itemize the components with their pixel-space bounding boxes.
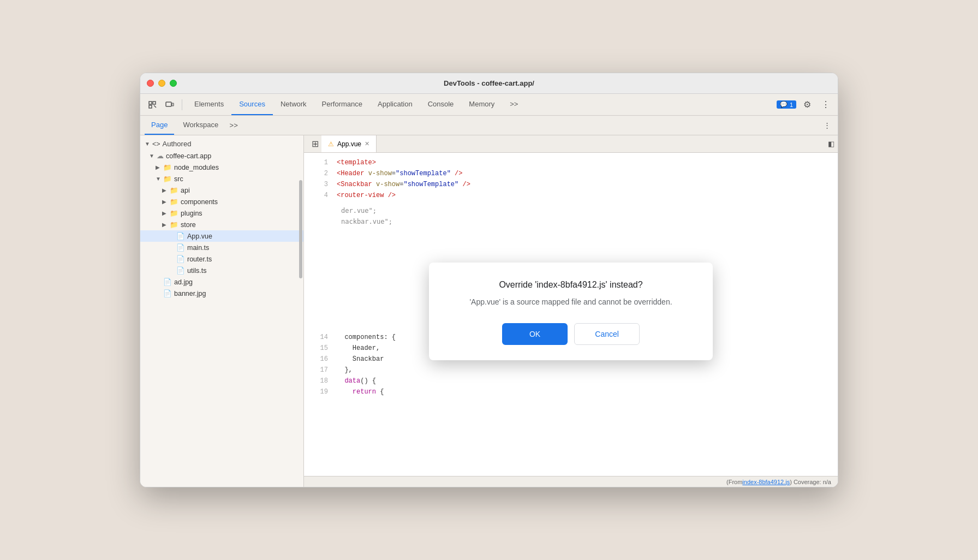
titlebar: DevTools - coffee-cart.app/ bbox=[140, 73, 838, 94]
dialog-buttons: OK Cancel bbox=[451, 323, 691, 345]
tree-item-node-modules[interactable]: ▶ 📁 node_modules bbox=[140, 162, 303, 173]
sub-toolbar: Page Workspace >> ⋮ bbox=[140, 116, 838, 135]
tab-elements[interactable]: Elements bbox=[187, 94, 231, 115]
cloud-icon: ☁ bbox=[157, 152, 164, 160]
file-tree: ▼ <> Authored ▼ ☁ coffee-cart.app ▶ 📁 no… bbox=[140, 135, 304, 487]
tree-item-src[interactable]: ▼ 📁 src bbox=[140, 173, 303, 184]
tree-item-app-vue[interactable]: 📄 App.vue bbox=[140, 230, 303, 242]
file-icon: 📄 bbox=[176, 255, 185, 263]
tree-item-api[interactable]: ▶ 📁 api bbox=[140, 184, 303, 196]
content-area: ▼ <> Authored ▼ ☁ coffee-cart.app ▶ 📁 no… bbox=[140, 135, 838, 487]
dialog-title: Override 'index-8bfa4912.js' instead? bbox=[451, 280, 691, 290]
tree-item-store[interactable]: ▶ 📁 store bbox=[140, 219, 303, 230]
folder-icon: 📁 bbox=[163, 163, 172, 171]
folder-icon: 📁 bbox=[170, 221, 178, 229]
authored-arrow: ▼ bbox=[145, 141, 150, 147]
tab-more[interactable]: >> bbox=[502, 94, 526, 115]
tab-memory[interactable]: Memory bbox=[461, 94, 502, 115]
tree-item-main-ts[interactable]: 📄 main.ts bbox=[140, 242, 303, 253]
tree-item-router-ts[interactable]: 📄 router.ts bbox=[140, 253, 303, 265]
folder-icon: 📁 bbox=[170, 209, 178, 217]
tab-application[interactable]: Application bbox=[370, 94, 420, 115]
tree-item-components[interactable]: ▶ 📁 components bbox=[140, 196, 303, 207]
tree-item-root[interactable]: ▼ ☁ coffee-cart.app bbox=[140, 150, 303, 162]
scrollbar[interactable] bbox=[299, 180, 302, 278]
more-tabs-icon[interactable]: >> bbox=[227, 119, 240, 132]
tab-bar: Elements Sources Network Performance App… bbox=[187, 94, 774, 115]
tree-item-banner-jpg[interactable]: 📄 banner.jpg bbox=[140, 288, 303, 299]
sources-panel: Page Workspace >> ⋮ ▼ <> Authored bbox=[140, 116, 838, 487]
inspect-icon[interactable] bbox=[145, 97, 160, 112]
more-options-icon[interactable]: ⋮ bbox=[818, 97, 833, 112]
svg-rect-3 bbox=[166, 102, 171, 106]
toolbar-right: 💬 1 ⚙ ⋮ bbox=[777, 97, 833, 112]
folder-icon: 📁 bbox=[170, 198, 178, 206]
cancel-button[interactable]: Cancel bbox=[574, 323, 640, 345]
window-title: DevTools - coffee-cart.app/ bbox=[444, 79, 534, 87]
tree-item-plugins[interactable]: ▶ 📁 plugins bbox=[140, 207, 303, 219]
file-icon: 📄 bbox=[176, 232, 185, 240]
ok-button[interactable]: OK bbox=[502, 323, 568, 345]
tab-sources[interactable]: Sources bbox=[231, 94, 273, 115]
maximize-button[interactable] bbox=[170, 80, 177, 87]
tab-network[interactable]: Network bbox=[273, 94, 314, 115]
override-dialog: Override 'index-8bfa4912.js' instead? 'A… bbox=[429, 263, 713, 360]
tab-console[interactable]: Console bbox=[420, 94, 462, 115]
tab-workspace[interactable]: Workspace bbox=[176, 116, 225, 135]
file-icon: 📄 bbox=[176, 243, 185, 252]
file-icon: 📄 bbox=[163, 289, 172, 297]
svg-rect-1 bbox=[153, 102, 156, 104]
dialog-message: 'App.vue' is a source mapped file and ca… bbox=[451, 296, 691, 308]
dialog-overlay: Override 'index-8bfa4912.js' instead? 'A… bbox=[304, 135, 838, 487]
svg-rect-0 bbox=[149, 102, 152, 104]
devtools-window: DevTools - coffee-cart.app/ Elements Sou bbox=[140, 73, 838, 487]
file-icon: 📄 bbox=[176, 266, 185, 275]
add-folder-icon[interactable]: ⋮ bbox=[820, 119, 833, 132]
editor-area: ⊞ ⚠ App.vue ✕ ◧ 1 <template> 2 bbox=[304, 135, 838, 487]
traffic-lights bbox=[147, 80, 177, 87]
main-toolbar: Elements Sources Network Performance App… bbox=[140, 94, 838, 116]
tree-item-utils-ts[interactable]: 📄 utils.ts bbox=[140, 265, 303, 276]
svg-rect-2 bbox=[149, 105, 152, 108]
tab-page[interactable]: Page bbox=[145, 116, 174, 135]
authored-section[interactable]: ▼ <> Authored bbox=[140, 138, 303, 150]
svg-rect-4 bbox=[172, 103, 174, 106]
separator-1 bbox=[182, 99, 182, 110]
tree-item-ad-jpg[interactable]: 📄 ad.jpg bbox=[140, 276, 303, 288]
file-icon: 📄 bbox=[163, 278, 172, 286]
close-button[interactable] bbox=[147, 80, 154, 87]
console-badge[interactable]: 💬 1 bbox=[777, 100, 796, 109]
folder-icon: 📁 bbox=[163, 175, 172, 183]
device-toggle-icon[interactable] bbox=[162, 97, 177, 112]
minimize-button[interactable] bbox=[158, 80, 165, 87]
folder-icon: 📁 bbox=[170, 186, 178, 194]
tab-performance[interactable]: Performance bbox=[314, 94, 370, 115]
settings-icon[interactable]: ⚙ bbox=[800, 97, 815, 112]
